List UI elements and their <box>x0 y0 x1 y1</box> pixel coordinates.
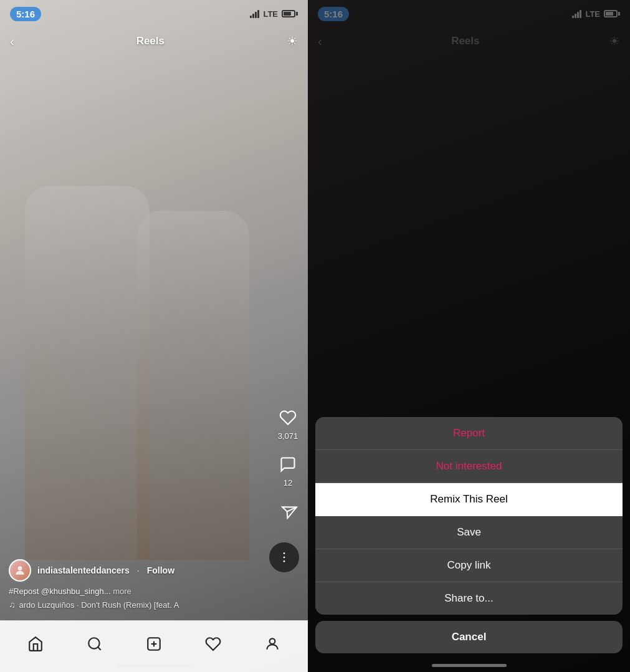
send-button[interactable] <box>277 500 299 522</box>
music-icon: ♫ <box>9 600 16 610</box>
cancel-button[interactable]: Cancel <box>315 621 623 653</box>
bottom-nav <box>0 620 308 672</box>
svg-point-11 <box>269 638 275 644</box>
left-battery-icon <box>282 10 298 17</box>
action-sheet-container: Report Not interested Remix This Reel Sa… <box>315 417 623 653</box>
like-button[interactable]: 3,071 <box>277 406 299 441</box>
heart-nav-icon <box>205 636 221 656</box>
more-link[interactable]: more <box>113 587 131 596</box>
heart-icon <box>277 406 299 429</box>
figure-left <box>25 186 150 560</box>
home-indicator-right <box>432 664 507 667</box>
nav-tab-add[interactable] <box>135 631 173 656</box>
right-panel: 5:16 LTE ‹ Reels ☀ Repo <box>308 0 630 672</box>
figure-right <box>137 211 249 560</box>
music-row: ♫ ardo Luzquiños · Don't Rush (Remix) [f… <box>9 600 264 610</box>
left-camera-icon[interactable]: ☀ <box>287 34 298 49</box>
nav-tab-search[interactable] <box>76 631 113 656</box>
profile-icon <box>264 636 280 656</box>
action-sheet-main: Report Not interested Remix This Reel Sa… <box>315 417 623 615</box>
left-panel: 5:16 LTE ‹ Reels ☀ <box>0 0 308 672</box>
nav-tab-home[interactable] <box>17 631 54 656</box>
svg-point-3 <box>284 557 285 559</box>
left-top-nav: ‹ Reels ☀ <box>0 27 308 55</box>
left-lte-label: LTE <box>263 9 278 19</box>
comment-button[interactable]: 12 <box>277 453 299 487</box>
send-icon <box>274 497 302 526</box>
svg-point-4 <box>284 560 285 562</box>
sheet-item-copy-link[interactable]: Copy link <box>315 549 623 582</box>
follow-button[interactable]: Follow <box>147 565 174 575</box>
left-status-bar: 5:16 LTE <box>0 0 308 27</box>
search-icon <box>87 636 103 656</box>
sheet-item-save[interactable]: Save <box>315 516 623 549</box>
sheet-item-report[interactable]: Report <box>315 417 623 450</box>
avatar <box>9 559 31 582</box>
sheet-item-remix[interactable]: Remix This Reel <box>315 483 623 516</box>
comment-icon <box>277 453 299 476</box>
svg-point-6 <box>88 638 99 648</box>
comment-count: 12 <box>284 478 292 487</box>
music-text: ardo Luzquiños · Don't Rush (Remix) [fea… <box>19 600 179 610</box>
left-nav-title: Reels <box>136 35 165 47</box>
add-icon <box>146 636 162 656</box>
separator: · <box>137 565 140 575</box>
action-sheet-cancel: Cancel <box>315 621 623 653</box>
right-action-buttons: 3,071 12 <box>277 406 299 522</box>
nav-tab-profile[interactable] <box>254 631 291 656</box>
left-status-icons: LTE <box>250 9 298 19</box>
username-label[interactable]: indiastalenteddancers <box>37 565 130 575</box>
caption-text: #Repost @khushbu_singh... <box>9 587 111 596</box>
post-info-overlay: indiastalenteddancers · Follow #Repost @… <box>9 559 264 610</box>
svg-point-5 <box>18 566 22 570</box>
sheet-item-share[interactable]: Share to... <box>315 582 623 615</box>
sheet-item-not-interested[interactable]: Not interested <box>315 450 623 483</box>
home-icon <box>27 636 44 656</box>
svg-point-2 <box>284 552 285 554</box>
left-time: 5:16 <box>10 7 41 21</box>
left-signal-icon <box>250 9 259 18</box>
nav-tab-likes[interactable] <box>194 631 232 656</box>
like-count: 3,071 <box>278 431 298 441</box>
more-button[interactable] <box>269 542 299 572</box>
user-row: indiastalenteddancers · Follow <box>9 559 264 582</box>
left-back-icon[interactable]: ‹ <box>10 34 14 49</box>
svg-line-7 <box>98 647 101 650</box>
caption: #Repost @khushbu_singh... more <box>9 587 264 596</box>
